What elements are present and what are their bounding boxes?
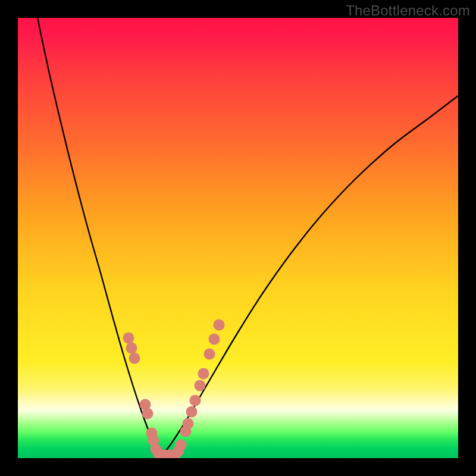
data-dot [209, 334, 220, 345]
curve-left-branch [36, 18, 158, 455]
curve-right-branch [161, 94, 458, 455]
data-dot [204, 349, 215, 360]
data-dot [176, 440, 187, 451]
data-dot [186, 406, 198, 418]
data-dot [183, 418, 194, 430]
data-dot [126, 343, 137, 354]
data-dot [190, 395, 201, 406]
data-dot [129, 353, 140, 364]
data-dot [214, 320, 225, 331]
chart-frame: TheBottleneck.com [0, 0, 476, 476]
attribution-text: TheBottleneck.com [346, 2, 470, 19]
plot-area [18, 18, 458, 458]
data-dot [198, 368, 209, 380]
data-dot [123, 333, 134, 344]
data-dot [195, 380, 206, 392]
bottleneck-curve [18, 18, 458, 458]
data-dot [142, 408, 154, 419]
